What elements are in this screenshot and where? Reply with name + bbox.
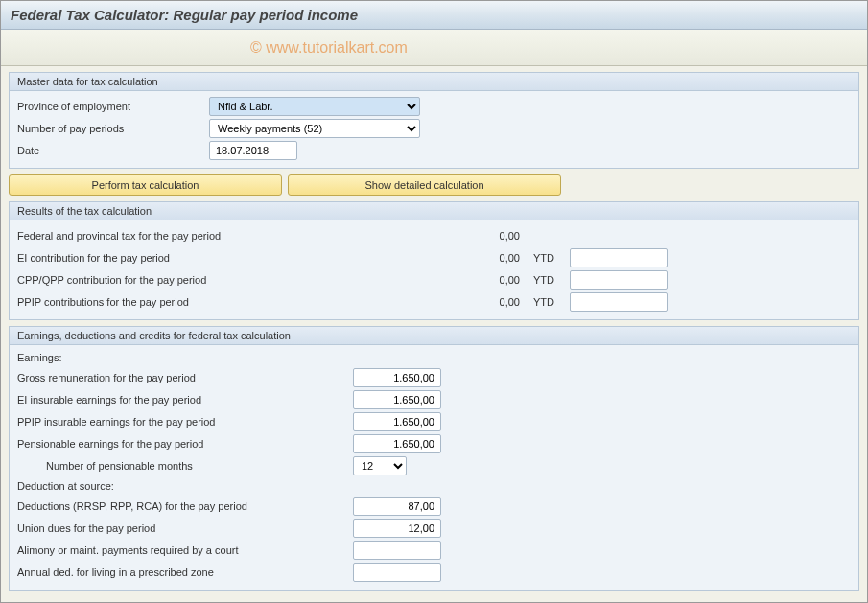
earn-row-gross: Gross remuneration for the pay period [17,367,851,388]
ded-row-alimony: Alimony or maint. payments required by a… [17,540,851,561]
result-value: 0,00 [439,252,528,264]
periods-row: Number of pay periods Weekly payments (5… [17,118,851,139]
earn-row-pension: Pensionable earnings for the pay period [17,433,851,454]
union-input[interactable] [353,519,441,538]
earn-row-ppip: PPIP insurable earnings for the pay peri… [17,411,851,432]
result-row-ppip: PPIP contributions for the pay period 0,… [17,291,851,313]
deduction-section-label: Deduction at source: [17,477,851,495]
periods-select[interactable]: Weekly payments (52) [209,119,420,138]
earnings-header: Earnings, deductions and credits for fed… [10,327,858,345]
rrsp-input[interactable] [353,497,441,516]
ytd-ppip-input[interactable] [570,292,668,312]
pension-earn-input[interactable] [353,434,441,453]
page-title: Federal Tax Calculator: Regular pay peri… [11,7,358,23]
content-area: Master data for tax calculation Province… [1,66,867,602]
earnings-panel: Earnings, deductions and credits for fed… [9,326,859,591]
perform-tax-button[interactable]: Perform tax calculation [9,174,282,196]
earn-label: EI insurable earnings for the pay period [17,392,353,407]
main-window: Federal Tax Calculator: Regular pay peri… [0,0,868,603]
ded-label: Union dues for the pay period [17,521,353,536]
ytd-label: YTD [533,296,570,308]
result-label: CPP/QPP contribution for the pay period [17,272,353,288]
result-row-ei: EI contribution for the pay period 0,00 … [17,247,851,268]
province-label: Province of employment [17,99,209,114]
ded-label: Alimony or maint. payments required by a… [17,543,353,558]
master-data-header: Master data for tax calculation [10,73,858,91]
title-bar: Federal Tax Calculator: Regular pay peri… [1,1,867,30]
toolbar: © www.tutorialkart.com [1,30,867,66]
ded-label: Annual ded. for living in a prescribed z… [17,565,353,580]
result-value: 0,00 [439,296,528,308]
ytd-label: YTD [533,274,570,286]
result-label: EI contribution for the pay period [17,250,353,266]
months-label: Number of pensionable months [17,458,353,474]
show-detailed-button[interactable]: Show detailed calculation [288,174,561,196]
earn-label: PPIP insurable earnings for the pay peri… [17,414,353,429]
date-input[interactable] [209,141,297,160]
annual-ded-input[interactable] [353,563,441,582]
result-label: Federal and provincal tax for the pay pe… [17,228,353,244]
earnings-section-label: Earnings: [17,349,851,366]
province-row: Province of employment Nfld & Labr. [17,96,851,117]
ded-row-rrsp: Deductions (RRSP, RPP, RCA) for the pay … [17,496,851,517]
earn-label: Gross remuneration for the pay period [17,370,353,385]
date-label: Date [17,143,209,158]
action-buttons: Perform tax calculation Show detailed ca… [9,174,859,196]
earn-label: Pensionable earnings for the pay period [17,436,353,452]
master-data-panel: Master data for tax calculation Province… [9,72,859,169]
date-row: Date [17,140,851,161]
ded-label: Deductions (RRSP, RPP, RCA) for the pay … [17,499,353,514]
results-header: Results of the tax calculation [10,202,858,220]
earnings-body: Earnings: Gross remuneration for the pay… [10,345,858,590]
months-row: Number of pensionable months 12 [17,455,851,476]
ytd-label: YTD [533,252,570,264]
alimony-input[interactable] [353,541,441,560]
months-select[interactable]: 12 [353,456,407,475]
watermark: © www.tutorialkart.com [250,39,408,57]
ppip-earn-input[interactable] [353,412,441,431]
periods-label: Number of pay periods [17,121,209,136]
earn-row-ei: EI insurable earnings for the pay period [17,389,851,410]
ei-earn-input[interactable] [353,390,441,409]
ytd-cpp-input[interactable] [570,270,668,290]
result-label: PPIP contributions for the pay period [17,294,353,310]
result-value: 0,00 [439,274,528,286]
ded-row-annual: Annual ded. for living in a prescribed z… [17,562,851,583]
ytd-ei-input[interactable] [570,248,668,267]
result-row-fed: Federal and provincal tax for the pay pe… [17,225,851,246]
results-panel: Results of the tax calculation Federal a… [9,201,859,320]
results-body: Federal and provincal tax for the pay pe… [10,220,858,319]
ded-row-union: Union dues for the pay period [17,518,851,539]
province-select[interactable]: Nfld & Labr. [209,97,420,116]
master-data-body: Province of employment Nfld & Labr. Numb… [10,91,858,168]
gross-input[interactable] [353,368,441,387]
result-row-cpp: CPP/QPP contribution for the pay period … [17,269,851,290]
result-value: 0,00 [439,230,528,242]
